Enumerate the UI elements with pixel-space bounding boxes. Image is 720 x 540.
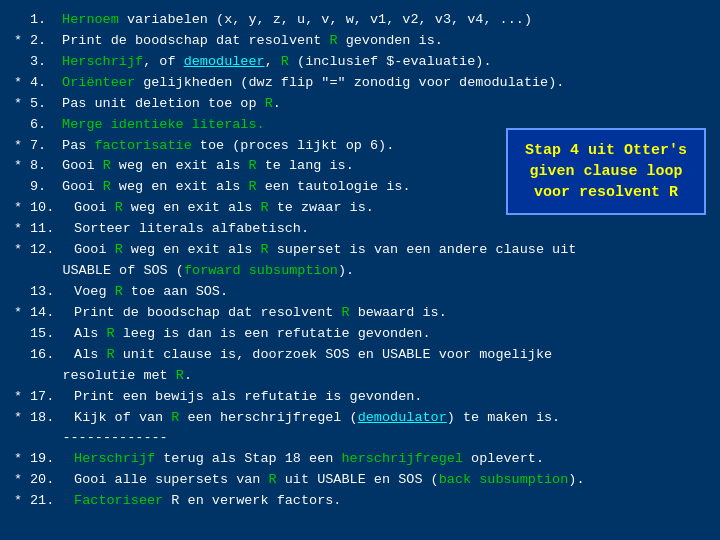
- star-marker: *: [14, 240, 30, 261]
- line-text: Gooi alle supersets van R uit USABLE en …: [66, 470, 706, 491]
- line-text: Kijk of van R een herschrijfregel (demod…: [66, 408, 706, 429]
- line-number: 15.: [30, 324, 66, 345]
- line-number: 19.: [30, 449, 66, 470]
- list-item: *18. Kijk of van R een herschrijfregel (…: [14, 408, 706, 429]
- text-segment: R: [281, 54, 289, 69]
- text-segment: R en verwerk factors.: [163, 493, 341, 508]
- star-marker: [14, 324, 30, 345]
- line-text: Herschrijf, of demoduleer, R (inclusief …: [54, 52, 706, 73]
- text-segment: uit USABLE en SOS (: [277, 472, 439, 487]
- text-segment: R: [341, 305, 349, 320]
- line-number: 3.: [30, 52, 54, 73]
- text-segment: Print een bewijs als refutatie is gevond…: [66, 389, 422, 404]
- line-number: 16.: [30, 345, 66, 366]
- text-segment: , of: [143, 54, 184, 69]
- line-number: 18.: [30, 408, 66, 429]
- text-segment: Hernoem: [62, 12, 119, 27]
- line-text: Print de boodschap dat resolvent R bewaa…: [66, 303, 706, 324]
- list-item: *12. Gooi R weg en exit als R superset i…: [14, 240, 706, 261]
- list-item: *4. Oriënteer gelijkheden (dwz flip "=" …: [14, 73, 706, 94]
- text-segment: gevonden is.: [338, 33, 443, 48]
- callout-line3: voor resolvent R: [534, 184, 678, 201]
- list-item: *20. Gooi alle supersets van R uit USABL…: [14, 470, 706, 491]
- text-segment: ).: [338, 263, 354, 278]
- line-number: 7.: [30, 136, 54, 157]
- lines-container: 1. Hernoem variabelen (x, y, z, u, v, w,…: [14, 10, 706, 512]
- text-segment: .: [184, 368, 192, 383]
- text-segment: R: [269, 472, 277, 487]
- line-text: Pas unit deletion toe op R.: [54, 94, 706, 115]
- text-segment: [54, 117, 62, 132]
- text-segment: oplevert.: [463, 451, 544, 466]
- list-item: *21. Factoriseer R en verwerk factors.: [14, 491, 706, 512]
- text-segment: Voeg: [66, 284, 115, 299]
- text-segment: toe (proces lijkt op 6).: [192, 138, 395, 153]
- list-item: *17. Print een bewijs als refutatie is g…: [14, 387, 706, 408]
- text-segment: Gooi: [54, 179, 103, 194]
- text-segment: R: [115, 242, 123, 257]
- text-segment: [54, 75, 62, 90]
- text-segment: weg en exit als: [123, 200, 261, 215]
- line-number: 8.: [30, 156, 54, 177]
- star-marker: [14, 282, 30, 303]
- text-segment: [66, 451, 74, 466]
- text-segment: R: [260, 242, 268, 257]
- star-marker: *: [14, 198, 30, 219]
- text-segment: een herschrijfregel (: [179, 410, 357, 425]
- text-segment: unit clause is, doorzoek SOS en USABLE v…: [115, 347, 552, 362]
- text-segment: Kijk of van: [66, 410, 171, 425]
- text-segment: R: [103, 158, 111, 173]
- star-marker: *: [14, 303, 30, 324]
- text-segment: een tautologie is.: [257, 179, 411, 194]
- line-number: 21.: [30, 491, 66, 512]
- line-number: 13.: [30, 282, 66, 303]
- text-segment: te zwaar is.: [269, 200, 374, 215]
- text-segment: factorisatie: [95, 138, 192, 153]
- star-marker: *: [14, 219, 30, 240]
- text-segment: Print de boodschap dat resolvent: [66, 305, 341, 320]
- text-segment: Gooi alle supersets van: [66, 472, 269, 487]
- line-text: Sorteer literals alfabetisch.: [66, 219, 706, 240]
- text-segment: R: [107, 347, 115, 362]
- text-segment: [66, 493, 74, 508]
- text-segment: R: [103, 179, 111, 194]
- text-segment: (inclusief $-evaluatie).: [289, 54, 492, 69]
- text-segment: ).: [568, 472, 584, 487]
- star-marker: *: [14, 408, 30, 429]
- star-marker: [14, 177, 30, 198]
- callout-line1: Stap 4 uit Otter's: [525, 142, 687, 159]
- line-number: 5.: [30, 94, 54, 115]
- text-segment: toe aan SOS.: [123, 284, 228, 299]
- line-text: Als R leeg is dan is een refutatie gevon…: [66, 324, 706, 345]
- main-content: 1. Hernoem variabelen (x, y, z, u, v, w,…: [14, 10, 706, 512]
- text-segment: Pas: [54, 138, 95, 153]
- text-segment: variabelen (x, y, z, u, v, w, v1, v2, v3…: [119, 12, 532, 27]
- text-segment: resolutie met: [30, 368, 176, 383]
- star-marker: *: [14, 156, 30, 177]
- text-segment: [54, 12, 62, 27]
- list-item: *11. Sorteer literals alfabetisch.: [14, 219, 706, 240]
- text-segment: Gooi: [66, 242, 115, 257]
- line-text: Oriënteer gelijkheden (dwz flip "=" zono…: [54, 73, 706, 94]
- list-item: 3. Herschrijf, of demoduleer, R (inclusi…: [14, 52, 706, 73]
- star-marker: [14, 115, 30, 136]
- line-text: Factoriseer R en verwerk factors.: [66, 491, 706, 512]
- text-segment: R: [265, 96, 273, 111]
- line-number: 2.: [30, 31, 54, 52]
- line-number: 10.: [30, 198, 66, 219]
- star-marker: *: [14, 470, 30, 491]
- text-segment: Factoriseer: [74, 493, 163, 508]
- star-marker: *: [14, 449, 30, 470]
- text-segment: -------------: [30, 430, 168, 445]
- callout-box: Stap 4 uit Otter's given clause loop voo…: [506, 128, 706, 215]
- star-marker: *: [14, 136, 30, 157]
- star-marker: *: [14, 387, 30, 408]
- text-segment: weg en exit als: [123, 242, 261, 257]
- text-segment: weg en exit als: [111, 179, 249, 194]
- text-segment: ) te maken is.: [447, 410, 560, 425]
- text-segment: Herschrijf: [74, 451, 155, 466]
- line-number: 12.: [30, 240, 66, 261]
- text-segment: R: [115, 200, 123, 215]
- list-item: USABLE of SOS (forward subsumption).: [14, 261, 706, 282]
- list-item: resolutie met R.: [14, 366, 706, 387]
